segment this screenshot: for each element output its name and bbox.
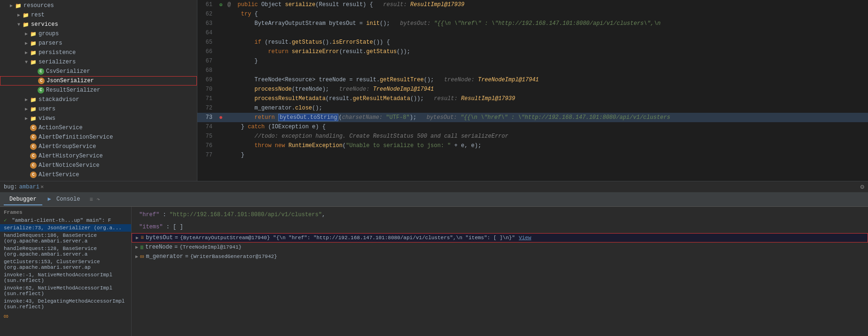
tree-arrow: ▶: [23, 106, 30, 112]
tree-item-parsers[interactable]: ▶ 📁 parsers: [0, 39, 197, 48]
code-line-68: 68: [197, 66, 868, 75]
tree-item-persistence[interactable]: ▶ 📁 persistence: [0, 48, 197, 57]
folder-icon: 📁: [23, 22, 29, 28]
breakpoint-icon[interactable]: ●: [219, 114, 223, 121]
tab-debugger[interactable]: Debugger: [4, 194, 42, 205]
tree-item-alertservice[interactable]: ▶ C AlertService: [0, 170, 197, 180]
tree-label: AlertNoticeService: [39, 162, 100, 169]
tree-label: views: [39, 115, 55, 122]
debug-tabs-bar: Debugger ▶ Console ≡ ↷: [0, 193, 868, 207]
line-content: m_generator.close();: [226, 103, 868, 113]
class-icon: C: [30, 153, 37, 159]
var-row-bytesout[interactable]: ▶ ≡ bytesOut = {ByteArrayOutputStream@17…: [132, 233, 868, 242]
tree-arrow: ▶: [15, 12, 23, 18]
tree-item-alertdefinitionservice[interactable]: ▶ C AlertDefinitionService: [0, 133, 197, 142]
tree-arrow: ▼: [23, 60, 30, 65]
tree-item-serializers[interactable]: ▼ 📁 serializers: [0, 57, 197, 67]
frame-item-invoke62[interactable]: invoke:62, NativeMethodAccessorImpl (sun…: [0, 284, 131, 297]
json-items-value: [ ]: [173, 224, 183, 230]
tree-item-resources[interactable]: ▶ 📁 resources: [0, 1, 197, 10]
view-link-bytesout[interactable]: View: [519, 235, 531, 241]
session-name[interactable]: ambari: [19, 184, 39, 190]
step-icon: ⊕: [219, 1, 222, 8]
top-section: ▶ 📁 resources ▶ 📁 rest ▼ 📁 services ▶ 📁 …: [0, 0, 868, 181]
code-line-72: 72 m_generator.close();: [197, 103, 868, 113]
frame-item-main[interactable]: ✓ "ambari-client-th...up" main": F: [0, 216, 131, 224]
tree-label: users: [39, 106, 55, 112]
var-name-treenode: treeNode: [145, 244, 172, 250]
tree-sym-icon: ≣: [140, 244, 143, 251]
tree-label: AlertHistoryService: [39, 153, 103, 159]
class-icon-green: C: [38, 68, 44, 75]
json-href-key: "href": [139, 211, 159, 218]
frame-label: handleRequest:128, BaseService (org.apac…: [4, 246, 97, 257]
folder-icon: 📁: [23, 12, 29, 18]
code-line-70: 70 processNode(treeNode); treeNode: Tree…: [197, 85, 868, 94]
class-icon: C: [30, 162, 37, 169]
code-line-64: 64: [197, 28, 868, 38]
frame-item-serialize73[interactable]: serialize:73, JsonSerializer (org.a...: [0, 224, 131, 232]
tree-item-jsonserializer[interactable]: ▶ C JsonSerializer: [0, 76, 197, 86]
tree-label: AlertDefinitionService: [39, 134, 113, 141]
tree-item-resultserializer[interactable]: ▶ C ResultSerializer: [0, 86, 197, 95]
settings-icon[interactable]: ⚙: [860, 183, 864, 191]
line-gutter: ⊕: [216, 1, 226, 8]
tree-label: stackadvisor: [39, 96, 79, 103]
tree-item-alerthistoryservice[interactable]: ▶ C AlertHistoryService: [0, 151, 197, 161]
tree-item-csvserializer[interactable]: ▶ C CsvSerializer: [0, 67, 197, 76]
folder-icon: 📁: [30, 116, 37, 122]
frame-item-getclusters153[interactable]: getClusters:153, ClusterService (org.apa…: [0, 258, 131, 271]
line-number: 73: [197, 114, 216, 121]
tab-console-label: Console: [56, 196, 80, 203]
line-content: return bytesOut.toString(charsetName: "U…: [226, 113, 868, 122]
tree-item-services[interactable]: ▼ 📁 services: [0, 20, 197, 29]
frame-item-invoke43[interactable]: invoke:43, DelegatingMethodAccessorImpl …: [0, 297, 131, 311]
session-close-button[interactable]: ✕: [40, 183, 44, 190]
tree-arrow: ▶: [23, 97, 30, 102]
tree-label: serializers: [39, 59, 76, 65]
console-icon: ▶: [48, 196, 51, 203]
var-name-mgenerator: m_generator: [146, 253, 183, 260]
frame-item-handlerequest128[interactable]: handleRequest:128, BaseService (org.apac…: [0, 245, 131, 258]
debug-panel: bug: ambari ✕ ⚙ Debugger ▶ Console ≡ ↷ F…: [0, 181, 868, 336]
file-tree-sidebar: ▶ 📁 resources ▶ 📁 rest ▼ 📁 services ▶ 📁 …: [0, 0, 197, 181]
tree-item-users[interactable]: ▶ 📁 users: [0, 104, 197, 114]
debug-toolbar: ≡ ↷: [89, 196, 100, 203]
line-number: 69: [197, 77, 216, 83]
tree-item-rest[interactable]: ▶ 📁 rest: [0, 10, 197, 20]
var-row-mgenerator[interactable]: ▶ ∞ m_generator = {WriterBasedGenerator@…: [132, 252, 868, 261]
tree-arrow: ▶: [23, 116, 30, 121]
code-line-76: 76 throw new RuntimeException("Unable to…: [197, 141, 868, 150]
tab-console[interactable]: ▶ Console: [42, 194, 86, 205]
line-content: TreeNode<Resource> treeNode = result.get…: [226, 75, 868, 85]
class-icon-orange: C: [38, 78, 45, 84]
frame-item-handlerequest186[interactable]: handleRequest:186, BaseService (org.apac…: [0, 232, 131, 245]
var-value-treenode: {TreeNodeImpl@17941}: [180, 244, 242, 250]
step-over-icon[interactable]: ↷: [97, 196, 100, 203]
tree-item-stackadvisor[interactable]: ▶ 📁 stackadvisor: [0, 95, 197, 104]
tree-label-services: services: [31, 21, 58, 28]
tree-item-actionservice[interactable]: ▶ C ActionService: [0, 123, 197, 133]
tree-arrow: ▶: [23, 40, 30, 46]
class-icon: C: [30, 143, 37, 150]
line-number: 67: [197, 58, 216, 64]
code-line-67: 67 }: [197, 56, 868, 66]
tree-label: CsvSerializer: [46, 68, 90, 75]
tree-item-groups[interactable]: ▶ 📁 groups: [0, 29, 197, 39]
code-line-77: 77 }: [197, 150, 868, 160]
class-icon: C: [30, 134, 37, 141]
debug-session-bar: bug: ambari ✕ ⚙: [0, 181, 868, 193]
var-row-treenode[interactable]: ▶ ≣ treeNode = {TreeNodeImpl@17941}: [132, 242, 868, 252]
line-number: 72: [197, 105, 216, 111]
tree-item-alertgroupservice[interactable]: ▶ C AlertGroupService: [0, 142, 197, 151]
tree-item-views[interactable]: ▶ 📁 views: [0, 114, 197, 123]
frame-item-invoke-1[interactable]: invoke:-1, NativeMethodAccessorImpl (sun…: [0, 271, 131, 284]
tree-label-jsonserializer: JsonSerializer: [47, 78, 94, 84]
tree-item-alertnoticeservice[interactable]: ▶ C AlertNoticeService: [0, 161, 197, 170]
folder-icon: 📁: [15, 3, 22, 9]
expand-arrow: ▶: [135, 254, 138, 259]
frame-check-icon: ✓: [4, 218, 7, 223]
folder-icon: 📁: [30, 97, 37, 103]
list-view-icon[interactable]: ≡: [89, 196, 93, 203]
code-line-62: 62 try {: [197, 9, 868, 19]
